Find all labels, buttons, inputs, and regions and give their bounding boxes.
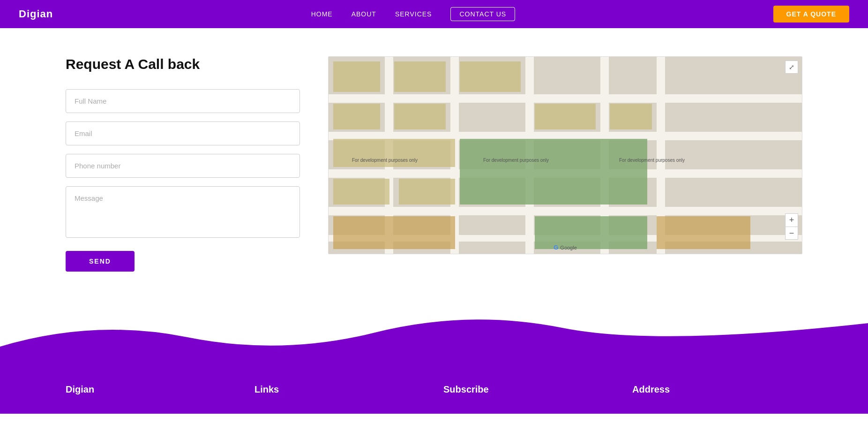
contact-form: Request A Call back SEND [66, 56, 300, 272]
map-dev-text-2: For development purposes only [483, 158, 549, 163]
get-quote-button[interactable]: GET A QUOTE [773, 6, 849, 23]
nav-home[interactable]: HOME [311, 10, 333, 18]
footer-col-subscribe: Subscribe [443, 384, 614, 395]
footer-col-digian: Digian [66, 384, 236, 395]
send-button[interactable]: SEND [66, 251, 135, 272]
form-title: Request A Call back [66, 56, 300, 72]
footer-digian-title: Digian [66, 384, 94, 394]
footer-wave [0, 309, 868, 365]
nav-contact[interactable]: CONTACT US [450, 7, 515, 21]
google-icon: G [554, 244, 558, 251]
map-zoom-controls: + − [785, 213, 798, 240]
footer-subscribe-title: Subscribe [443, 384, 489, 394]
footer-col-address: Address [632, 384, 802, 395]
full-name-input[interactable] [66, 89, 300, 113]
map-container: For development purposes only For develo… [329, 57, 802, 254]
map-dev-text-1: For development purposes only [352, 158, 418, 163]
email-input[interactable] [66, 121, 300, 145]
map-dev-text-3: For development purposes only [619, 158, 685, 163]
footer: Digian Links Subscribe Address [0, 365, 868, 414]
map-watermark: G Google [554, 244, 577, 251]
footer-grid: Digian Links Subscribe Address [66, 384, 802, 395]
message-input[interactable] [66, 186, 300, 238]
phone-input[interactable] [66, 154, 300, 178]
header: Digian HOME ABOUT SERVICES CONTACT US GE… [0, 0, 868, 28]
main-content: Request A Call back SEND [0, 28, 868, 309]
footer-col-links: Links [254, 384, 425, 395]
logo: Digian [19, 8, 53, 20]
nav-services[interactable]: SERVICES [395, 10, 432, 18]
map-zoom-out[interactable]: − [785, 227, 798, 240]
nav: HOME ABOUT SERVICES CONTACT US [311, 7, 516, 21]
footer-links-title: Links [254, 384, 279, 394]
map-section: For development purposes only For develo… [328, 56, 802, 254]
nav-about[interactable]: ABOUT [352, 10, 376, 18]
map-expand-button[interactable]: ⤢ [785, 61, 798, 74]
google-label: Google [560, 245, 576, 250]
footer-address-title: Address [632, 384, 670, 394]
map-background: For development purposes only For develo… [329, 57, 802, 254]
map-zoom-in[interactable]: + [785, 213, 798, 227]
